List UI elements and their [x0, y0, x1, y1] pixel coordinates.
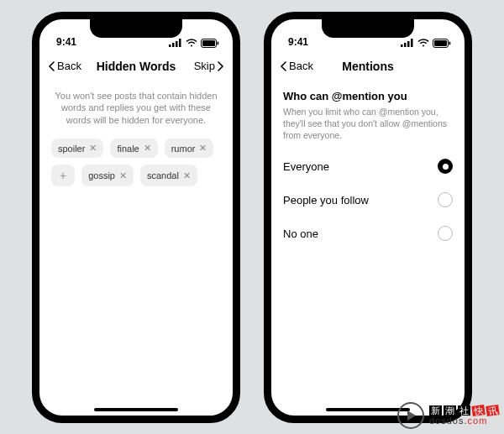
nav-bar: Back Hidden Words Skip: [39, 50, 233, 83]
chip-label: finale: [117, 144, 139, 154]
chevron-left-icon: [280, 61, 286, 71]
page-title: Mentions: [342, 60, 393, 73]
status-time: 9:41: [288, 36, 308, 48]
content-area: Who can @mention you When you limit who …: [271, 83, 465, 258]
svg-rect-10: [411, 39, 413, 47]
close-icon[interactable]: ✕: [89, 143, 97, 154]
chevron-right-icon: [218, 61, 224, 71]
close-icon[interactable]: ✕: [144, 143, 151, 154]
option-label: Everyone: [283, 160, 329, 173]
notch: [90, 19, 182, 38]
close-icon[interactable]: ✕: [183, 170, 191, 181]
section-title: Who can @mention you: [283, 90, 453, 102]
chip-rumor[interactable]: rumor✕: [165, 139, 214, 158]
chip-label: spoiler: [58, 144, 85, 154]
status-icons: [169, 39, 219, 48]
wifi-icon: [417, 39, 429, 47]
section-description: When you limit who can @mention you, the…: [283, 106, 453, 142]
back-button[interactable]: Back: [280, 60, 313, 72]
content-area: You won't see posts that contain hidden …: [39, 83, 233, 194]
chevron-left-icon: [48, 61, 55, 71]
description-text: You won't see posts that contain hidden …: [51, 90, 221, 128]
close-icon[interactable]: ✕: [119, 170, 127, 181]
home-indicator[interactable]: [94, 408, 178, 411]
svg-rect-12: [434, 40, 447, 46]
back-label: Back: [57, 60, 81, 72]
back-button[interactable]: Back: [48, 60, 81, 72]
play-icon: [397, 402, 424, 429]
option-label: People you follow: [283, 194, 369, 207]
cellular-icon: [169, 39, 182, 47]
svg-rect-5: [202, 40, 215, 46]
option-people-you-follow[interactable]: People you follow: [283, 183, 453, 217]
page-title: Hidden Words: [97, 60, 176, 73]
skip-label: Skip: [194, 60, 215, 72]
chip-label: gossip: [88, 170, 115, 180]
chip-gossip[interactable]: gossip✕: [81, 165, 134, 186]
svg-rect-6: [218, 41, 219, 44]
wifi-icon: [186, 39, 197, 47]
option-no-one[interactable]: No one: [283, 217, 453, 250]
radio-icon: [438, 192, 453, 207]
notch: [322, 19, 414, 38]
phone-hidden-words: 9:41 Back Hidden Words Skip You won't se…: [32, 12, 240, 423]
radio-icon: [438, 159, 453, 174]
close-icon[interactable]: ✕: [199, 143, 207, 154]
option-everyone[interactable]: Everyone: [283, 149, 453, 183]
watermark-url: dosdos.com: [429, 416, 499, 426]
status-icons: [401, 39, 451, 48]
add-chip-button[interactable]: +: [51, 165, 75, 186]
battery-icon: [433, 39, 451, 48]
back-label: Back: [289, 60, 313, 72]
svg-rect-0: [169, 44, 171, 47]
phone-mentions: 9:41 Back Mentions Who can @mention you …: [264, 12, 472, 423]
chip-scandal[interactable]: scandal✕: [140, 165, 197, 186]
watermark-text: 新潮社快讯 dosdos.com: [429, 405, 499, 426]
svg-rect-13: [449, 41, 451, 44]
chip-list: spoiler✕ finale✕ rumor✕ + gossip✕ scanda…: [51, 139, 221, 186]
status-time: 9:41: [56, 36, 76, 48]
nav-bar: Back Mentions: [271, 50, 465, 83]
battery-icon: [201, 39, 219, 48]
svg-rect-7: [401, 44, 403, 47]
option-label: No one: [283, 227, 318, 240]
chip-finale[interactable]: finale✕: [110, 139, 157, 158]
skip-button[interactable]: Skip: [194, 60, 224, 72]
chip-label: rumor: [171, 144, 196, 154]
svg-rect-9: [407, 41, 410, 47]
cellular-icon: [401, 39, 414, 47]
watermark-cn: 新潮社快讯: [429, 405, 499, 416]
svg-rect-1: [172, 43, 175, 47]
chip-label: scandal: [147, 170, 179, 180]
svg-rect-8: [404, 43, 407, 47]
radio-icon: [438, 226, 453, 241]
svg-rect-3: [179, 39, 181, 47]
watermark: 新潮社快讯 dosdos.com: [397, 402, 499, 429]
svg-rect-2: [176, 41, 178, 47]
chip-spoiler[interactable]: spoiler✕: [51, 139, 103, 158]
